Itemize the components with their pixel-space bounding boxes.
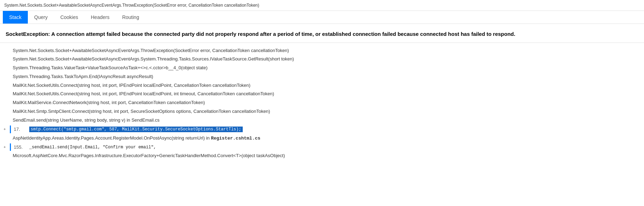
stack-line-3: System.Threading.Tasks.TaskToApm.End(IAs…	[0, 72, 644, 81]
top-bar-text: System.Net.Sockets.Socket+AwaitableSocke…	[4, 3, 259, 8]
code-block-1: + 17. smtp.Connect("smtp.gmail.com", 587…	[0, 125, 644, 133]
stack-line-0: System.Net.Sockets.Socket+AwaitableSocke…	[0, 46, 644, 55]
stack-line-4: MailKit.Net.SocketUtils.Connect(string h…	[0, 81, 644, 90]
code-block-2: + 155. _sendEmail.send(Input.Email, "Con…	[0, 143, 644, 151]
error-heading: SocketException: A connection attempt fa…	[0, 24, 644, 43]
expand-icon-1[interactable]: +	[4, 127, 6, 131]
tabs-container: Stack Query Cookies Headers Routing	[0, 11, 644, 24]
tab-cookies[interactable]: Cookies	[54, 11, 85, 24]
stack-line-last: Microsoft.AspNetCore.Mvc.RazorPages.Infr…	[0, 152, 644, 160]
line-number-1: 17.	[14, 127, 26, 132]
tab-stack[interactable]: Stack	[3, 11, 28, 24]
top-bar: System.Net.Sockets.Socket+AwaitableSocke…	[0, 0, 644, 11]
stack-trace: System.Net.Sockets.Socket+AwaitableSocke…	[0, 43, 644, 164]
file-line-1: AspNetIdentityApp.Areas.Identity.Pages.A…	[0, 134, 644, 143]
stack-line-2: System.Threading.Tasks.ValueTask+ValueTa…	[0, 64, 644, 72]
line-number-2: 155.	[14, 144, 26, 150]
stack-line-6: MailKit.MailService.ConnectNetwork(strin…	[0, 98, 644, 107]
stack-line-7: MailKit.Net.Smtp.SmtpClient.Connect(stri…	[0, 107, 644, 116]
code-normal-2: _sendEmail.send(Input.Email, "Confirm yo…	[29, 145, 156, 150]
code-highlight-1: smtp.Connect("smtp.gmail.com", 587, Mail…	[29, 127, 243, 132]
tab-query[interactable]: Query	[28, 11, 54, 24]
expand-icon-2[interactable]: +	[4, 145, 6, 149]
tab-headers[interactable]: Headers	[85, 11, 116, 24]
stack-line-8: SendEmail.send(string UserName, string b…	[0, 116, 644, 125]
tab-routing[interactable]: Routing	[116, 11, 145, 24]
stack-line-5: MailKit.Net.SocketUtils.Connect(string h…	[0, 90, 644, 98]
stack-line-1: System.Net.Sockets.Socket+AwaitableSocke…	[0, 55, 644, 64]
